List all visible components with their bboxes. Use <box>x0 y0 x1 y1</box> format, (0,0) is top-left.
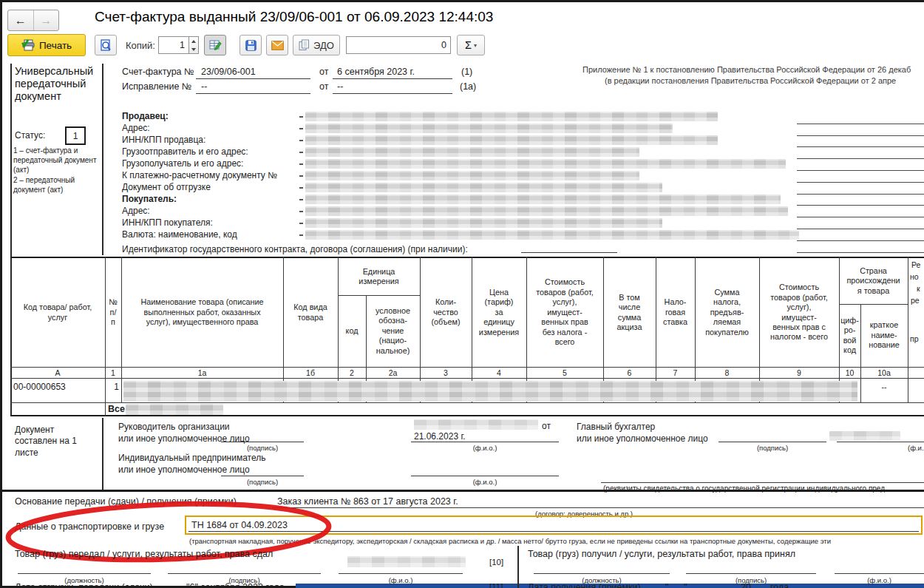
redacted-handed-name <box>347 556 466 567</box>
col-header-reg-fragment: Ре <box>911 260 920 269</box>
correction-label: Исправление № <box>122 81 191 92</box>
item-code-value[interactable]: 00-00000653 <box>13 382 66 392</box>
redacted-proxy-doc <box>414 419 538 430</box>
window-border-top <box>0 0 924 2</box>
redacted-value-row <box>299 171 639 180</box>
redacted-value-row <box>299 218 662 228</box>
field-label-seller-address: Адрес: <box>122 123 150 133</box>
col-header-item-code: Код товара/ работ, услуг <box>12 259 103 366</box>
redacted-value-row <box>299 124 673 133</box>
window-title: Счет-фактура выданный 23/09/06-001 от 06… <box>95 9 493 25</box>
status-value: 1 <box>73 131 78 141</box>
accountant-name-underline <box>837 442 924 442</box>
col-header-reg-fragment: к <box>917 284 920 293</box>
save-button[interactable] <box>240 35 262 55</box>
col-code: 10 <box>839 368 860 378</box>
invoice-from-label: от <box>319 67 328 77</box>
correction-date-underline <box>333 93 452 94</box>
col-header-country-group: Страна происхождени я товара <box>840 259 907 303</box>
redacted-accountant-name <box>829 431 900 441</box>
col-header-quantity: Коли- чество (объем) <box>421 259 471 366</box>
col-header-reg-fragment: но <box>910 272 919 281</box>
received-sign-caption: (подпись) <box>686 576 816 584</box>
ref-10: [10] <box>489 558 503 567</box>
field-label-buyer: Покупатель: <box>122 194 177 204</box>
forward-button[interactable]: → <box>34 10 59 30</box>
redacted-value-row <box>299 147 639 157</box>
back-button[interactable]: ← <box>8 10 34 30</box>
col-header-unit-code: код <box>339 296 365 366</box>
country-name-value: -- <box>860 381 908 393</box>
registration-underline <box>601 482 924 483</box>
received-label: Товар (груз) получил / услуги, результат… <box>528 549 795 559</box>
doc-type-title: Универсальный передаточный документ <box>15 65 101 103</box>
col-header-country-name: краткое наиме- нование <box>861 305 907 366</box>
field-label-buyer-address: Адрес: <box>122 206 150 216</box>
col-header-price: Цена (тариф) за единицу измерения <box>472 259 526 366</box>
invoice-ref-1: (1) <box>461 67 472 77</box>
col-code: 1б <box>283 368 338 378</box>
stepper-up-icon[interactable] <box>191 40 196 43</box>
entrepreneur-label-2: или иное уполномоченное лицо <box>118 464 250 475</box>
entrepreneur-sign-underline <box>221 476 304 476</box>
entrepreneur-sign-caption: (подпись) <box>221 478 304 486</box>
head-signer-label-1: Руководитель организации <box>118 422 230 432</box>
col-code: 6 <box>603 368 656 378</box>
counter-field[interactable]: 0 <box>346 36 451 54</box>
floppy-disk-icon <box>245 40 257 51</box>
col-header-kind-code: Код вида товара <box>285 259 336 366</box>
edo-button[interactable]: ЭДО <box>293 35 340 55</box>
entrepreneur-name-caption: (ф.и.о.) <box>411 478 559 486</box>
envelope-icon <box>271 41 284 50</box>
invoice-date: 6 сентября 2023 г. <box>337 67 415 77</box>
correction-number: -- <box>201 81 207 92</box>
handed-name-underline <box>339 573 463 574</box>
signature-panel-divider <box>102 418 103 490</box>
col-code: 8 <box>695 368 759 378</box>
back-arrow-icon: ← <box>15 14 27 27</box>
appendix-line-2: (в редакции постановления Правительства … <box>605 76 896 85</box>
copies-input[interactable]: 1 <box>158 36 189 54</box>
field-label-currency: Валюта: наименование, код <box>122 229 237 240</box>
preview-button[interactable] <box>95 35 117 55</box>
edo-documents-icon <box>299 39 310 51</box>
col-header-cost-wo-tax: Стоимость товаров (работ, услуг), имущес… <box>527 259 602 366</box>
table-gridline <box>121 257 122 403</box>
redacted-value-row <box>299 183 662 192</box>
status-value-box: 1 <box>65 126 86 145</box>
status-label: Статус: <box>15 130 45 141</box>
redacted-value-row <box>299 135 718 145</box>
redacted-row-data <box>123 381 857 402</box>
table-border-top <box>10 257 924 258</box>
status-note-2: 2 – передаточный документ (акт) <box>13 175 99 195</box>
table-edit-icon <box>209 39 222 51</box>
edo-button-label: ЭДО <box>313 40 334 51</box>
print-button[interactable]: Печать <box>7 34 86 56</box>
invoice-ref-1a: (1а) <box>460 81 476 92</box>
col-header-line-no: № п/ п <box>106 259 120 366</box>
field-label-shipping-doc: Документ об отгрузке <box>122 182 211 192</box>
field-label-gov-contract: Идентификатор государственного контракта… <box>122 244 468 254</box>
col-code: 7 <box>656 368 695 378</box>
col-header-cost-with-tax: Стоимость товаров (работ, услуг), имущес… <box>760 259 838 366</box>
col-header-tax-rate: Нало- говая ставка <box>656 259 694 366</box>
col-code: А <box>10 368 105 378</box>
field-label-seller-inn: ИНН/КПП продавца: <box>122 135 205 145</box>
table-settings-button[interactable] <box>204 35 226 55</box>
table-codes-row-bottom <box>10 378 924 379</box>
email-button[interactable] <box>266 35 288 55</box>
field-label-buyer-inn: ИНН/КПП покупателя: <box>122 217 213 228</box>
entrepreneur-label-1: Индивидуальный предприниматель <box>118 453 265 463</box>
head-sign-caption: (подпись) <box>221 444 304 452</box>
copies-stepper[interactable] <box>188 36 199 54</box>
correction-from-label: от <box>319 81 328 92</box>
received-name-underline <box>835 573 924 574</box>
table-border-bottom <box>10 415 924 416</box>
entrepreneur-name-underline <box>411 476 559 476</box>
head-name-caption: (ф.и.о.) <box>411 444 559 452</box>
receive-date-label: Дата получения (приемки) <box>528 582 641 588</box>
line-no-value[interactable]: 1 <box>108 382 119 392</box>
sum-button[interactable]: Σ ▾ <box>457 35 485 55</box>
stepper-down-icon[interactable] <box>191 48 196 51</box>
status-note-1: 1 – счет-фактура и передаточный документ… <box>13 146 99 175</box>
